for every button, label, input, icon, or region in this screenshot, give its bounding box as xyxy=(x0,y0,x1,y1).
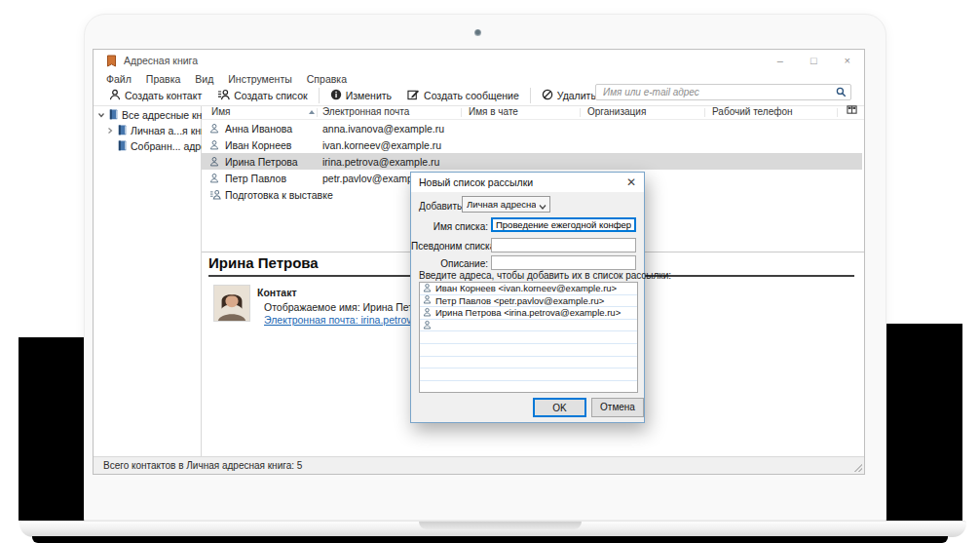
chevron-down-icon xyxy=(97,109,105,121)
sidebar-item-personal-book[interactable]: Личная а...я книга xyxy=(106,123,215,137)
cell-name: Иван Корнеев xyxy=(225,139,291,151)
dialog-title: Новый список рассылки xyxy=(419,176,533,188)
search-icon xyxy=(836,87,847,99)
person-icon xyxy=(109,89,121,102)
description-input[interactable] xyxy=(491,255,636,270)
maximize-button[interactable]: □ xyxy=(810,56,817,66)
menu-edit[interactable]: Правка xyxy=(143,72,183,86)
status-bar: Всего контактов в Личная адресная книга:… xyxy=(94,456,864,474)
laptop-shadow-bottom xyxy=(32,536,948,543)
member-row[interactable]: Петр Павлов <petr.pavlov@example.ru> xyxy=(420,295,637,308)
column-header-name[interactable]: Имя xyxy=(211,106,230,117)
table-row-selected[interactable]: Ирина Петрова irina.petrova@example.ru xyxy=(202,153,862,170)
compose-button[interactable]: Создать сообщение xyxy=(399,87,527,104)
sidebar-item-all-books[interactable]: Все адресные книги xyxy=(97,107,217,122)
list-nickname-input[interactable] xyxy=(491,238,636,252)
member-row[interactable]: Иван Корнеев <ivan.korneev@example.ru> xyxy=(420,283,637,295)
toolbar-separator xyxy=(530,88,531,103)
person-icon xyxy=(423,294,432,306)
members-listbox: Иван Корнеев <ivan.korneev@example.ru> П… xyxy=(419,282,638,393)
address-book-app-icon xyxy=(106,55,117,69)
column-header-organization[interactable]: Организация xyxy=(587,106,646,117)
member-row-empty[interactable] xyxy=(420,381,637,393)
search-input[interactable] xyxy=(595,84,851,100)
window-title: Адресная книга xyxy=(124,55,198,66)
ok-button[interactable]: OK xyxy=(533,398,586,417)
cell-name: Анна Иванова xyxy=(225,123,292,135)
toolbar-separator xyxy=(319,88,320,103)
list-name-label: Имя списка: xyxy=(411,221,488,232)
column-header-chat[interactable]: Имя в чате xyxy=(469,106,518,117)
dialog-close-icon[interactable]: ✕ xyxy=(626,175,636,189)
column-header-work-phone[interactable]: Рабочий телефон xyxy=(712,106,793,117)
contact-icon xyxy=(209,173,219,185)
compose-label: Создать сообщение xyxy=(424,90,519,101)
book-icon xyxy=(108,108,119,122)
member-row-empty[interactable] xyxy=(420,357,637,369)
column-header-email[interactable]: Электронная почта xyxy=(322,106,409,117)
table-header: Имя Электронная почта Имя в чате Организ… xyxy=(202,106,864,119)
cell-name: Подготовка к выставке xyxy=(225,189,333,201)
close-button[interactable]: × xyxy=(845,56,850,66)
edit-button[interactable]: Изменить xyxy=(322,87,399,104)
delete-button[interactable]: Удалить xyxy=(534,87,604,104)
contact-section-label: Контакт xyxy=(257,287,297,298)
cancel-button[interactable]: Отмена xyxy=(591,398,644,417)
column-picker-icon[interactable] xyxy=(847,104,857,117)
new-list-label: Создать список xyxy=(234,90,307,101)
menu-help[interactable]: Справка xyxy=(304,72,350,86)
member-row-empty[interactable] xyxy=(420,344,637,357)
chevron-down-icon xyxy=(539,202,547,213)
compose-icon xyxy=(407,89,420,102)
column-divider xyxy=(580,108,581,117)
member-row[interactable]: Ирина Петрова <irina.petrova@example.ru> xyxy=(420,307,637,320)
cell-email: irina.petrova@example.ru xyxy=(322,156,439,168)
toolbar: Создать контакт Создать список Изменить … xyxy=(94,86,864,105)
laptop-base-notch xyxy=(419,522,582,529)
member-row-empty[interactable] xyxy=(420,320,637,332)
new-mailing-list-dialog: Новый список рассылки ✕ Добавить в: Личн… xyxy=(410,172,645,423)
cell-name: Петр Павлов xyxy=(225,173,286,184)
delete-icon xyxy=(542,89,553,102)
column-divider xyxy=(837,108,838,117)
contact-icon xyxy=(209,123,219,136)
resize-grip[interactable] xyxy=(854,464,862,472)
address-books-sidebar: Все адресные книги Личная а...я книга Со… xyxy=(94,106,202,457)
member-text: Иван Корнеев <ivan.korneev@example.ru> xyxy=(435,283,617,293)
minimize-button[interactable]: – xyxy=(777,56,783,66)
person-icon xyxy=(423,283,432,294)
member-row-empty[interactable] xyxy=(420,331,637,344)
contact-photo xyxy=(213,285,250,322)
cell-email: anna.ivanova@example.ru xyxy=(322,123,444,135)
person-list-icon xyxy=(217,89,230,102)
contact-icon xyxy=(209,156,219,169)
member-text: Ирина Петрова <irina.petrova@example.ru> xyxy=(435,307,621,318)
chevron-right-icon xyxy=(106,125,114,136)
contact-icon xyxy=(209,139,219,152)
person-icon xyxy=(423,320,432,331)
new-contact-button[interactable]: Создать контакт xyxy=(101,87,209,104)
list-name-input[interactable] xyxy=(491,217,636,232)
menu-tools[interactable]: Инструменты xyxy=(225,72,294,86)
table-row[interactable]: Анна Иванова anna.ivanova@example.ru xyxy=(202,120,862,136)
add-to-value: Личная адресная кн... xyxy=(467,199,536,210)
search-box xyxy=(595,84,851,100)
person-icon xyxy=(423,307,432,319)
list-nickname-label: Псевдоним списка: xyxy=(411,241,488,252)
column-divider xyxy=(461,108,462,117)
menu-file[interactable]: Файл xyxy=(103,72,134,86)
delete-label: Удалить xyxy=(557,90,596,101)
sort-ascending-icon xyxy=(309,110,315,114)
dialog-title-bar: Новый список рассылки ✕ xyxy=(411,173,644,192)
column-divider xyxy=(704,108,705,117)
edit-label: Изменить xyxy=(346,90,392,101)
table-row[interactable]: Иван Корнеев ivan.korneev@example.ru xyxy=(202,136,862,153)
member-text: Петр Павлов <petr.pavlov@example.ru> xyxy=(435,295,604,306)
status-text: Всего контактов в Личная адресная книга:… xyxy=(103,460,302,471)
cell-email: ivan.korneev@example.ru xyxy=(322,139,441,151)
menu-view[interactable]: Вид xyxy=(192,72,216,86)
new-list-button[interactable]: Создать список xyxy=(209,87,315,104)
book-icon xyxy=(117,124,128,137)
add-to-dropdown[interactable]: Личная адресная кн... xyxy=(462,196,550,213)
member-row-empty[interactable] xyxy=(420,368,637,381)
